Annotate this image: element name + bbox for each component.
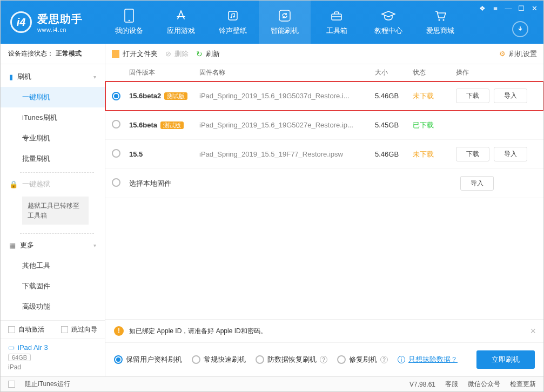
radio-local[interactable]	[112, 178, 120, 187]
sidebar-item-itunes[interactable]: iTunes刷机	[1, 107, 105, 128]
sidebar-more-head[interactable]: ▦ 更多 ▾	[1, 235, 105, 255]
row-radio[interactable]	[112, 149, 120, 158]
nav-store[interactable]: 爱思商城	[414, 1, 466, 44]
row-radio[interactable]	[112, 120, 120, 129]
refresh-button[interactable]: ↻刷新	[196, 49, 220, 59]
graduation-icon	[381, 9, 395, 23]
th-size: 大小	[375, 68, 413, 77]
menu-button[interactable]: ≡	[489, 3, 501, 13]
opt-repair[interactable]: 修复刷机?	[337, 355, 388, 364]
import-button[interactable]: 导入	[494, 89, 527, 103]
block-itunes-label: 阻止iTunes运行	[25, 380, 70, 389]
nav-my-device[interactable]: 我的设备	[103, 1, 155, 44]
row-filename: iPad_Spring_2019_15.5_19F77_Restore.ipsw	[199, 150, 375, 158]
flash-now-button[interactable]: 立即刷机	[476, 350, 535, 369]
th-action: 操作	[456, 68, 537, 77]
phone-small-icon: ▮	[9, 73, 13, 81]
opt-normal[interactable]: 常规快速刷机	[192, 355, 246, 364]
sidebar-item-batch[interactable]: 批量刷机	[1, 148, 105, 169]
help-icon[interactable]: ?	[380, 356, 388, 363]
row-version: 15.6beta2测试版	[129, 92, 199, 100]
bottom-panel: ! 如已绑定 Apple ID，请准备好 Apple ID和密码。 × 保留用户…	[105, 319, 543, 376]
th-status: 状态	[413, 68, 456, 77]
sidebar-item-advanced[interactable]: 高级功能	[1, 296, 105, 317]
sidebar-item-other[interactable]: 其他工具	[1, 255, 105, 276]
sidebar-flash-head[interactable]: ▮ 刷机 ▾	[1, 66, 105, 87]
nav-ringtone[interactable]: 铃声壁纸	[207, 1, 259, 44]
logo-icon: i4	[10, 11, 32, 33]
svg-point-8	[443, 19, 445, 21]
device-type: iPad	[8, 363, 97, 371]
svg-point-1	[129, 20, 130, 22]
check-update-link[interactable]: 检查更新	[510, 380, 536, 389]
row-filename: iPad_Spring_2019_15.6_19G5037d_Restore.i…	[199, 92, 375, 100]
support-link[interactable]: 客服	[445, 380, 458, 389]
sidebar-item-oneclick[interactable]: 一键刷机	[1, 87, 105, 107]
wechat-link[interactable]: 微信公众号	[468, 380, 500, 389]
device-card[interactable]: ▭ iPad Air 3 64GB iPad	[1, 339, 105, 376]
download-ring-icon[interactable]	[512, 21, 528, 37]
maximize-button[interactable]: ☐	[515, 3, 527, 13]
sidebar-item-download[interactable]: 下载固件	[1, 276, 105, 296]
download-button[interactable]: 下载	[456, 147, 489, 161]
delete-button[interactable]: ⊘删除	[165, 49, 189, 59]
sidebar: 设备连接状态： 正常模式 ▮ 刷机 ▾ 一键刷机 iTunes刷机 专业刷机 批…	[1, 44, 105, 376]
svg-point-7	[439, 19, 440, 21]
chevron-down-icon: ▾	[93, 242, 96, 248]
flash-settings-button[interactable]: ⚙刷机设置	[499, 49, 537, 59]
delete-icon: ⊘	[165, 50, 171, 58]
notice-close-button[interactable]: ×	[530, 326, 536, 337]
row-version: 15.6beta测试版	[129, 121, 199, 130]
table-row: 15.6beta测试版iPad_Spring_2019_15.6_19G5027…	[105, 111, 543, 140]
cart-icon	[433, 9, 447, 23]
block-itunes-checkbox[interactable]	[8, 381, 15, 388]
refresh-icon	[278, 9, 292, 23]
row-status: 未下载	[413, 150, 456, 159]
auto-activate-checkbox[interactable]	[8, 326, 15, 333]
auto-activate-row: 自动激活 跳过向导	[1, 320, 105, 339]
phone-icon	[122, 9, 136, 23]
download-button[interactable]: 下载	[456, 89, 489, 103]
refresh-icon: ↻	[196, 50, 203, 58]
local-import-button[interactable]: 导入	[460, 176, 494, 191]
nav-toolbox[interactable]: 工具箱	[311, 1, 362, 44]
help-icon[interactable]: ?	[320, 356, 327, 363]
app-name: 爱思助手	[37, 12, 83, 26]
row-filename: iPad_Spring_2019_15.6_19G5027e_Restore.i…	[199, 121, 375, 129]
nav-tutorial[interactable]: 教程中心	[362, 1, 414, 44]
row-radio[interactable]	[112, 92, 120, 100]
warning-icon: !	[114, 326, 124, 336]
close-button[interactable]: ✕	[528, 3, 540, 13]
window-controls: ❖ ≡ — ☐ ✕	[476, 3, 540, 13]
th-version: 固件版本	[129, 68, 199, 77]
sidebar-jailbreak-note: 越狱工具已转移至工具箱	[22, 197, 89, 225]
skip-wizard-checkbox[interactable]	[61, 326, 68, 333]
row-status: 已下载	[413, 120, 456, 130]
connection-status: 设备连接状态： 正常模式	[1, 44, 105, 64]
import-button[interactable]: 导入	[494, 147, 527, 161]
minimize-button[interactable]: —	[502, 3, 514, 13]
info-icon: i	[398, 356, 405, 363]
radio-icon	[256, 355, 264, 364]
table-row-local: 选择本地固件 导入	[105, 169, 543, 198]
nav-flash[interactable]: 智能刷机	[259, 1, 311, 44]
toolbar: 打开文件夹 ⊘删除 ↻刷新 ⚙刷机设置	[105, 44, 543, 64]
flash-options: 保留用户资料刷机 常规快速刷机 防数据恢复刷机? 修复刷机? i只想抹除数据？ …	[105, 343, 543, 376]
row-status: 未下载	[413, 91, 456, 101]
main-panel: 打开文件夹 ⊘删除 ↻刷新 ⚙刷机设置 固件版本 固件名称 大小 状态 操作 1…	[105, 44, 543, 376]
opt-anti-recover[interactable]: 防数据恢复刷机?	[256, 355, 327, 364]
sidebar-item-pro[interactable]: 专业刷机	[1, 128, 105, 148]
lock-icon: 🔒	[9, 180, 18, 188]
open-folder-button[interactable]: 打开文件夹	[112, 49, 158, 59]
svg-rect-5	[279, 10, 290, 21]
radio-icon	[337, 355, 346, 364]
opt-keep-data[interactable]: 保留用户资料刷机	[114, 355, 182, 364]
theme-button[interactable]: ❖	[476, 3, 488, 13]
nav-apps[interactable]: 应用游戏	[155, 1, 207, 44]
app-header: i4 爱思助手 www.i4.cn 我的设备 应用游戏 铃声壁纸 智能刷机 工具…	[1, 1, 543, 44]
beta-badge: 测试版	[164, 92, 187, 100]
svg-rect-2	[229, 11, 237, 20]
erase-only-link[interactable]: i只想抹除数据？	[398, 355, 458, 364]
sidebar-jailbreak-head[interactable]: 🔒 一键越狱	[1, 174, 105, 194]
beta-badge: 测试版	[160, 121, 184, 129]
